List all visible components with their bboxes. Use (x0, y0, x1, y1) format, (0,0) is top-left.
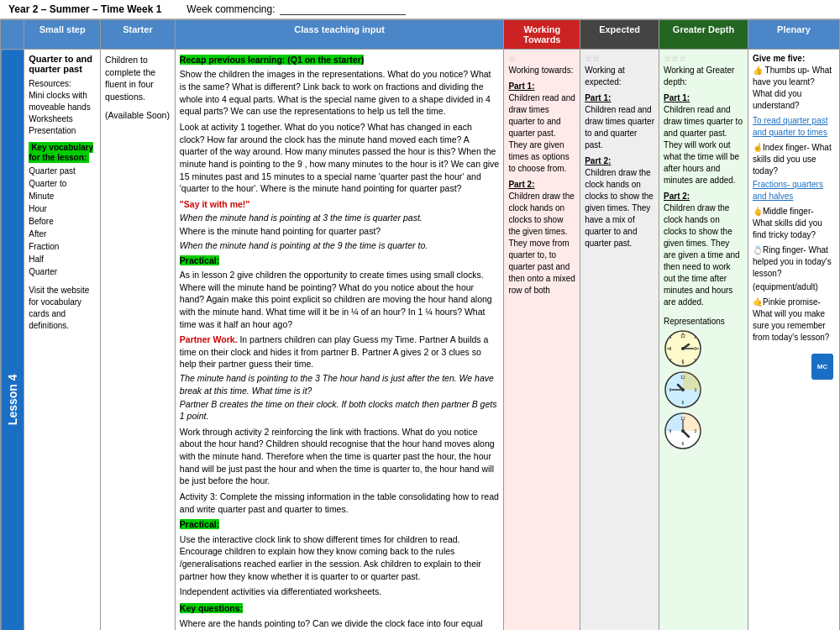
plenary-ring: 💍Ring finger- What helped you in today's… (753, 244, 835, 280)
column-headers: Small step Starter Class teaching input … (1, 20, 840, 50)
independent-text: Independent activities via differentiate… (180, 585, 500, 597)
svg-text:12: 12 (680, 333, 685, 339)
svg-text:6: 6 (682, 400, 685, 405)
expected-label: Working at expected: (585, 65, 654, 88)
svg-text:9: 9 (669, 387, 672, 392)
expected-cell: ☆☆ Working at expected: Part 1: Children… (580, 50, 659, 631)
svg-text:6: 6 (682, 441, 685, 446)
clock-representations: 12 3 6 9 12 3 6 (664, 329, 743, 450)
resources-label: Resources: (29, 79, 96, 88)
plenary-thumbs: Give me five: (753, 54, 835, 63)
activity3-text: Activity 3: Complete the missing informa… (180, 491, 500, 515)
th-working: Working Towards (504, 20, 580, 50)
logo-icon: MC (810, 352, 835, 381)
working-stars: ☆ (508, 54, 575, 63)
th-starter: Starter (101, 20, 176, 50)
say-it-italic3: When the minute hand is pointing at the … (180, 239, 500, 251)
plenary-middle: 🖕Middle finger- What skills did you find… (753, 206, 835, 241)
starter-cell: Children to complete the fluent in four … (101, 50, 176, 631)
expected-stars: ☆☆ (585, 54, 654, 63)
greater-stars: ☆☆☆ (664, 54, 743, 63)
lesson-number-cell: Lesson 4 (1, 50, 24, 631)
small-step-title: Quarter to and quarter past (29, 54, 96, 74)
key-questions-label: Key questions: (180, 602, 500, 614)
th-plenary: Plenary (748, 20, 839, 50)
practical-label: Practical: (180, 255, 500, 266)
header-bar: Year 2 – Summer – Time Week 1 Week comme… (0, 0, 840, 19)
working-part1-text: Children read and draw times quarter to … (508, 92, 575, 175)
small-step-cell: Quarter to and quarter past Resources: M… (24, 50, 101, 631)
greater-depth-cell: ☆☆☆ Working at Greater depth: Part 1: Ch… (659, 50, 748, 631)
th-small-step: Small step (24, 20, 101, 50)
expected-part2-text: Children draw the clock hands on clocks … (585, 167, 654, 249)
visit-text: Visit the website for vocabulary cards a… (29, 285, 96, 332)
practical-text: As in lesson 2 give children the opportu… (180, 269, 500, 330)
greater-part2-text: Children draw the clock hands on clocks … (664, 202, 743, 308)
recap-label: Recap previous learning: (Q1 on the star… (180, 54, 500, 66)
svg-text:3: 3 (695, 346, 697, 351)
fractions-text: Work through activity 2 reinforcing the … (180, 426, 500, 487)
clock-2: 12 3 6 9 (664, 370, 702, 409)
week-commencing-label: Week commencing: (186, 3, 275, 15)
starter-available: (Available Soon) (105, 110, 171, 120)
starter-main: Children to complete the fluent in four … (105, 54, 171, 103)
key-vocab-label: Key vocabulary for the lesson: (29, 142, 96, 162)
resources-text: Mini clocks with moveable handsWorksheet… (29, 90, 96, 137)
plenary-read-label: To read quarter past and quarter to time… (753, 115, 835, 139)
year-title: Year 2 – Summer – Time Week 1 (8, 3, 161, 15)
main-content-row: Lesson 4 Quarter to and quarter past Res… (1, 50, 840, 631)
partner-italic1: The minute hand is pointing to the 3 The… (180, 372, 500, 396)
teaching-cell: Recap previous learning: (Q1 on the star… (175, 50, 504, 631)
plenary-ring-text: (equipment/adult) (753, 281, 835, 293)
clock-3: 12 3 6 9 (664, 412, 702, 450)
say-it-italic1: When the minute hand is pointing at 3 th… (180, 212, 500, 223)
plenary-pinkie: 🤙Pinkie promise- What will you make sure… (753, 297, 835, 344)
working-part2-text: Children draw the clock hands on clocks … (508, 191, 575, 297)
working-label: Working towards: (508, 65, 575, 76)
svg-text:9: 9 (669, 346, 672, 351)
plenary-thumbs-text: 👍 Thumbs up- What have you learnt? What … (753, 65, 835, 112)
main-table: Small step Starter Class teaching input … (0, 19, 840, 630)
say-it-label: "Say it with me!" (180, 198, 500, 210)
practical2-label: Practical: (180, 518, 500, 530)
practical2-text: Use the interactive clock link to show d… (180, 533, 500, 583)
partner-italic2: Partner B creates the time on their cloc… (180, 398, 500, 422)
expected-part1-label: Part 1: (585, 93, 654, 102)
clock-1: 12 3 6 9 (664, 329, 702, 368)
working-towards-cell: ☆ Working towards: Part 1: Children read… (504, 50, 580, 631)
working-part1-label: Part 1: (508, 81, 575, 91)
expected-part1-text: Children read and draw times quarter to … (585, 104, 654, 151)
th-lesson (1, 20, 24, 50)
week-underline (280, 3, 406, 15)
partner-label: Partner Work. In partners children can p… (180, 333, 500, 370)
svg-text:6: 6 (682, 359, 685, 364)
teaching-para2: Look at activity 1 together. What do you… (180, 121, 500, 195)
logo-area: MC (753, 352, 835, 383)
greater-label: Working at Greater depth: (664, 65, 743, 88)
working-part2-label: Part 2: (508, 180, 575, 189)
th-teaching: Class teaching input (175, 20, 504, 50)
teaching-para1: Show the children the images in the repr… (180, 68, 500, 118)
vocab-list: Quarter pastQuarter toMinuteHourBeforeAf… (29, 165, 96, 278)
th-expected: Expected (580, 20, 659, 50)
svg-text:MC: MC (817, 363, 828, 370)
plenary-cell: Give me five: 👍 Thumbs up- What have you… (748, 50, 839, 631)
plenary-index: ☝Index finger- What skills did you use t… (753, 142, 835, 177)
key-questions-text: Where are the hands pointing to? Can we … (180, 617, 500, 630)
greater-part1-text: Children read and draw times quarter to … (664, 104, 743, 186)
greater-part1-label: Part 1: (664, 93, 743, 102)
representations-label: Representations (664, 317, 743, 326)
greater-part2-label: Part 2: (664, 192, 743, 201)
svg-point-15 (681, 347, 685, 350)
plenary-fractions: Fractions- quarters and halves (753, 179, 835, 202)
svg-point-31 (681, 429, 685, 433)
say-it-italic2: Where is the minute hand pointing for qu… (180, 225, 500, 237)
expected-part2-label: Part 2: (585, 156, 654, 165)
svg-point-23 (681, 388, 685, 391)
th-greater: Greater Depth (659, 20, 748, 50)
